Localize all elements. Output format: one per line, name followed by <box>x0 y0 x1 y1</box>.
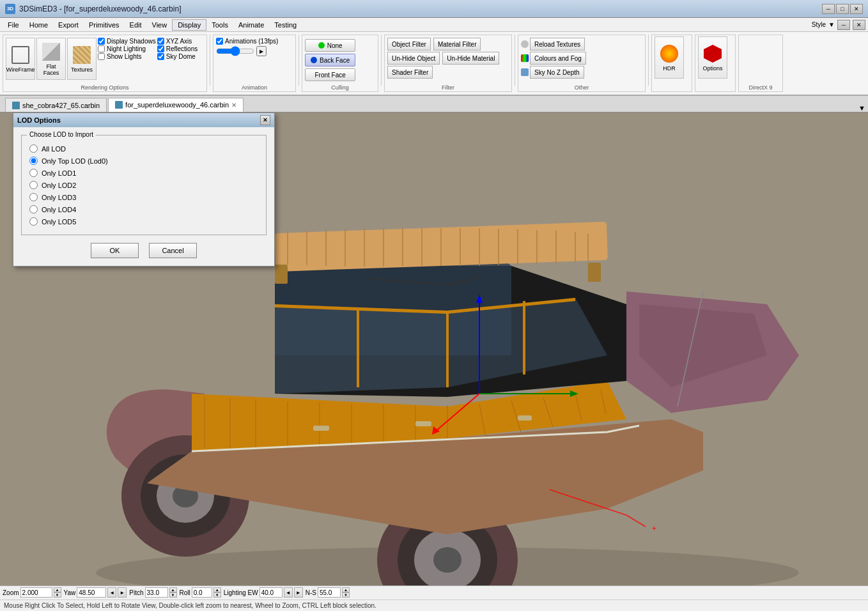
pitch-spinner[interactable]: ▲ ▼ <box>169 587 177 598</box>
lod-cancel-button[interactable]: Cancel <box>149 243 197 258</box>
flat-faces-button[interactable]: FlatFaces <box>36 38 66 80</box>
lod-lod2-radio[interactable] <box>29 181 38 189</box>
lighting-ew-prev-button[interactable]: ◄ <box>284 587 293 598</box>
shader-filter-button[interactable]: Shader Filter <box>387 66 433 79</box>
night-lighting-checkbox[interactable] <box>98 45 105 52</box>
yaw-next-button[interactable]: ► <box>118 587 127 598</box>
roll-input[interactable]: 0.0 <box>192 587 212 598</box>
menu-primitives[interactable]: Primitives <box>84 20 125 30</box>
textures-label: Textures <box>71 66 93 73</box>
menu-view[interactable]: View <box>147 20 173 30</box>
material-filter-button[interactable]: Material Filter <box>433 38 481 50</box>
svg-rect-28 <box>415 421 431 426</box>
lod-ok-button[interactable]: OK <box>91 243 139 258</box>
display-shadows-label: Display Shadows <box>107 38 156 45</box>
menu-animate[interactable]: Animate <box>233 20 269 30</box>
unhide-object-button[interactable]: Un-Hide Object <box>387 52 440 65</box>
xyz-axis-row: XYZ Axis <box>157 38 198 45</box>
back-face-button[interactable]: Back Face <box>305 54 355 66</box>
lod-lod1-radio[interactable] <box>29 169 38 177</box>
menu-edit[interactable]: Edit <box>125 20 147 30</box>
zoom-down[interactable]: ▼ <box>54 592 61 598</box>
ribbon-minimize-button[interactable]: ─ <box>837 20 850 30</box>
svg-text:+: + <box>652 524 656 533</box>
textures-button[interactable]: Textures <box>67 38 97 80</box>
ribbon-close-button[interactable]: ✕ <box>853 20 865 30</box>
tab-cobra-label: she_cobra427_65.carbin <box>22 102 100 109</box>
options-content: Options <box>698 36 732 88</box>
zoom-input[interactable]: 2.000 <box>20 587 52 598</box>
lod-lod1-label: Only LOD1 <box>42 169 76 177</box>
animation-slider[interactable] <box>216 47 254 56</box>
lod-lod3-radio[interactable] <box>29 193 38 201</box>
show-lights-checkbox[interactable] <box>98 53 105 60</box>
menu-display[interactable]: Display <box>172 19 206 31</box>
none-button[interactable]: None <box>305 39 355 52</box>
pitch-down[interactable]: ▼ <box>169 592 177 598</box>
close-button[interactable]: ✕ <box>850 4 863 14</box>
zoom-label: Zoom <box>3 589 19 596</box>
lod-all-radio[interactable] <box>29 144 38 153</box>
ns-input[interactable]: 55.0 <box>318 587 341 598</box>
animation-label: Animation <box>213 84 295 91</box>
front-face-button[interactable]: Front Face <box>305 68 355 81</box>
menu-home[interactable]: Home <box>24 20 53 30</box>
display-shadows-checkbox[interactable] <box>98 38 105 45</box>
xyz-axis-checkbox[interactable] <box>157 38 164 45</box>
menu-export[interactable]: Export <box>53 20 84 30</box>
options-button[interactable]: Options <box>698 36 727 79</box>
pitch-up[interactable]: ▲ <box>169 587 177 592</box>
sep5 <box>648 35 649 86</box>
yaw-prev-button[interactable]: ◄ <box>107 587 116 598</box>
style-dropdown-icon[interactable]: ▼ <box>828 21 835 28</box>
hdr-button[interactable]: HDR <box>655 36 684 79</box>
tab-chevron[interactable]: ▼ <box>858 104 868 112</box>
lod-lod5-radio[interactable] <box>29 217 38 226</box>
ns-down[interactable]: ▼ <box>342 592 350 598</box>
animation-play-button[interactable]: ▶ <box>256 46 267 56</box>
minimize-button[interactable]: ─ <box>822 4 835 14</box>
svg-rect-29 <box>518 415 532 421</box>
lod-close-button[interactable]: ✕ <box>260 115 270 125</box>
reflections-label: Reflections <box>166 45 198 52</box>
unhide-material-button[interactable]: Un-Hide Material <box>442 52 499 65</box>
animation-group: Animations (13fps) ▶ Animation <box>213 35 296 92</box>
lod-title: LOD Options <box>17 116 61 124</box>
lighting-ew-next-button[interactable]: ► <box>294 587 303 598</box>
none-label: None <box>327 42 343 49</box>
wireframe-button[interactable]: WireFrame <box>6 38 35 80</box>
reflections-checkbox[interactable] <box>157 45 164 52</box>
sky-dome-checkbox[interactable] <box>157 53 164 60</box>
tab-bar: she_cobra427_65.carbin for_superdeluxewo… <box>0 96 868 112</box>
yaw-label: Yaw <box>64 589 76 596</box>
yaw-input[interactable]: 48.50 <box>77 587 106 598</box>
lighting-ew-input[interactable]: 40.0 <box>260 587 283 598</box>
pitch-input[interactable]: 33.0 <box>145 587 168 598</box>
maximize-button[interactable]: □ <box>836 4 849 14</box>
ns-up[interactable]: ▲ <box>342 587 350 592</box>
lod-lod4-radio[interactable] <box>29 205 38 213</box>
zoom-spinner[interactable]: ▲ ▼ <box>54 587 61 598</box>
menu-file[interactable]: File <box>3 20 24 30</box>
roll-spinner[interactable]: ▲ ▼ <box>213 587 221 598</box>
tab-cobra[interactable]: she_cobra427_65.carbin <box>5 98 107 112</box>
tab-woody[interactable]: for_superdeluxewoody_46.carbin ✕ <box>108 98 244 112</box>
roll-down[interactable]: ▼ <box>213 592 221 598</box>
reload-textures-button[interactable]: Reload Textures <box>530 38 585 50</box>
zoom-up[interactable]: ▲ <box>54 587 61 592</box>
ns-spinner[interactable]: ▲ ▼ <box>342 587 350 598</box>
object-filter-button[interactable]: Object Filter <box>387 38 431 50</box>
lod-lod0-radio[interactable] <box>29 157 38 165</box>
roll-up[interactable]: ▲ <box>213 587 221 592</box>
svg-rect-13 <box>275 265 288 284</box>
sky-no-z-depth-button[interactable]: Sky No Z Depth <box>530 66 584 79</box>
menu-tools[interactable]: Tools <box>206 20 233 30</box>
title-bar-buttons[interactable]: ─ □ ✕ <box>822 4 863 14</box>
menu-testing[interactable]: Testing <box>269 20 302 30</box>
viewport[interactable]: + LOD Options ✕ Choose LOD to Import <box>0 112 868 585</box>
tab-woody-close[interactable]: ✕ <box>231 102 236 109</box>
colours-fog-button[interactable]: Colours and Fog <box>530 52 586 65</box>
animations-checkbox[interactable] <box>216 38 223 45</box>
other-content: Reload Textures Colours and Fog Sky No Z… <box>521 36 642 88</box>
lod-lod0-label: Only Top LOD (Lod0) <box>42 157 108 165</box>
